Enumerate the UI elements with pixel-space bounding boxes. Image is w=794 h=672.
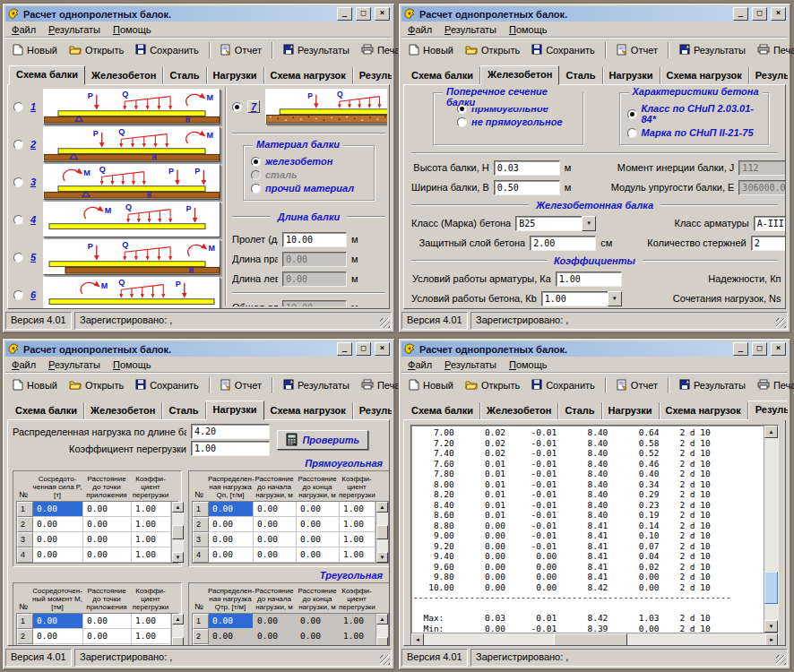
radio-cross-section[interactable] bbox=[457, 104, 467, 114]
toolbar-button-печать[interactable]: Печать bbox=[752, 376, 794, 395]
chevron-down-icon[interactable]: ▼ bbox=[582, 216, 596, 231]
toolbar-button-новый[interactable]: Новый bbox=[7, 376, 63, 395]
minimize-button[interactable]: _ bbox=[337, 342, 352, 356]
maximize-button[interactable]: □ bbox=[752, 342, 767, 356]
table-cell[interactable]: 0.00 bbox=[209, 532, 254, 547]
tab-результаты[interactable]: Результаты bbox=[748, 401, 788, 420]
menu-item-помощь[interactable]: Помощь bbox=[503, 358, 554, 372]
scroll-down-icon[interactable]: ▼ bbox=[172, 552, 184, 563]
table-cell[interactable]: 0.00 bbox=[33, 644, 83, 646]
table-cell[interactable]: 0.00 bbox=[254, 502, 297, 517]
table-cell[interactable]: 0.00 bbox=[254, 614, 297, 629]
tab-схема-балки[interactable]: Схема балки bbox=[9, 402, 84, 419]
menu-item-результаты[interactable]: Результаты bbox=[42, 22, 107, 37]
table-cell[interactable]: 1.00 bbox=[340, 629, 375, 644]
table-cell[interactable]: 0.00 bbox=[83, 502, 132, 517]
table-cell[interactable]: 0.00 bbox=[33, 629, 83, 644]
toolbar-button-открыть[interactable]: Открыть bbox=[64, 376, 129, 395]
table-cell[interactable]: 1.00 bbox=[340, 547, 375, 563]
table-cell[interactable]: 1.00 bbox=[340, 502, 375, 517]
table-cell[interactable]: 0.00 bbox=[297, 614, 340, 629]
toolbar-button-сохранить[interactable]: Сохранить bbox=[526, 376, 600, 395]
scroll-up-icon[interactable]: ▲ bbox=[172, 502, 184, 513]
tab-схема-нагрузок[interactable]: Схема нагрузок bbox=[660, 67, 749, 84]
field-input-select[interactable]: 0.90 bbox=[786, 271, 787, 287]
table-cell[interactable]: 0.00 bbox=[297, 547, 340, 563]
beam-scheme-image[interactable]: MQP bbox=[43, 277, 220, 309]
tab-нагрузки[interactable]: Нагрузки bbox=[603, 67, 660, 84]
field-input-text[interactable]: 1.00 bbox=[556, 271, 622, 287]
maximize-button[interactable]: □ bbox=[356, 7, 371, 21]
radio-beam-scheme-3[interactable] bbox=[13, 177, 23, 187]
field-input-text[interactable]: 10.00 bbox=[282, 232, 347, 247]
radio-beam-scheme-6[interactable] bbox=[13, 290, 23, 300]
table-cell[interactable]: 0.00 bbox=[209, 517, 254, 532]
menu-item-файл[interactable]: Файл bbox=[5, 358, 42, 372]
scrollbar-thumb[interactable] bbox=[376, 525, 388, 539]
table-cell[interactable]: 1.00 bbox=[340, 532, 375, 547]
scroll-up-icon[interactable]: ▲ bbox=[376, 614, 388, 625]
table-cell[interactable]: 0.00 bbox=[254, 644, 297, 646]
table-cell[interactable]: 0.00 bbox=[33, 517, 83, 532]
tab-схема-балки[interactable]: Схема балки bbox=[405, 402, 480, 419]
scrollbar-thumb[interactable] bbox=[172, 637, 184, 646]
table-cell[interactable]: 1.00 bbox=[340, 644, 375, 646]
table-cell[interactable]: 0.00 bbox=[254, 517, 297, 532]
tab-нагрузки[interactable]: Нагрузки bbox=[207, 67, 264, 84]
table-cell[interactable]: 0.00 bbox=[209, 502, 254, 517]
table-cell[interactable]: 0.00 bbox=[83, 644, 132, 646]
radio-beam-scheme-4[interactable] bbox=[13, 215, 23, 225]
radio-material[interactable] bbox=[251, 157, 261, 167]
scroll-left-icon[interactable]: ◄ bbox=[411, 633, 424, 646]
table-scrollbar[interactable]: ▲▼ bbox=[171, 614, 184, 646]
menu-item-результаты[interactable]: Результаты bbox=[438, 22, 503, 37]
toolbar-button-результаты[interactable]: Результаты bbox=[674, 376, 751, 395]
radio-beam-scheme-5[interactable] bbox=[13, 253, 23, 263]
tab-железобетон[interactable]: Железобетон bbox=[84, 402, 162, 419]
field-input-select[interactable]: 1.00 bbox=[541, 291, 608, 306]
table-cell[interactable]: 0.00 bbox=[209, 614, 254, 629]
menu-item-файл[interactable]: Файл bbox=[401, 22, 438, 37]
toolbar-button-отчет[interactable]: Отчет bbox=[215, 376, 267, 395]
toolbar-button-сохранить[interactable]: Сохранить bbox=[526, 41, 600, 60]
table-cell[interactable]: 0.00 bbox=[83, 629, 132, 644]
menu-item-результаты[interactable]: Результаты bbox=[42, 358, 107, 372]
menu-item-файл[interactable]: Файл bbox=[5, 22, 42, 37]
table-cell[interactable]: 1.00 bbox=[132, 502, 171, 517]
chevron-down-icon[interactable]: ▼ bbox=[608, 291, 622, 306]
tab-железобетон[interactable]: Железобетон bbox=[480, 65, 559, 85]
table-cell[interactable]: 1.00 bbox=[132, 517, 171, 532]
beam-scheme-number[interactable]: 1 bbox=[29, 101, 38, 112]
table-cell[interactable]: 1.00 bbox=[132, 547, 171, 563]
table-scrollbar[interactable]: ▲▼ bbox=[375, 614, 388, 646]
table-cell[interactable]: 0.00 bbox=[33, 614, 83, 629]
toolbar-button-результаты[interactable]: Результаты bbox=[278, 41, 355, 60]
tab-сталь[interactable]: Сталь bbox=[162, 402, 205, 419]
field-input-select[interactable]: B25 bbox=[515, 216, 582, 231]
maximize-button[interactable]: □ bbox=[356, 342, 371, 356]
menu-item-результаты[interactable]: Результаты bbox=[438, 358, 503, 372]
menu-item-помощь[interactable]: Помощь bbox=[503, 22, 554, 37]
toolbar-button-результаты[interactable]: Результаты bbox=[674, 41, 751, 60]
scroll-down-icon[interactable]: ▼ bbox=[376, 552, 388, 563]
toolbar-button-сохранить[interactable]: Сохранить bbox=[130, 41, 204, 60]
minimize-button[interactable]: _ bbox=[337, 7, 352, 21]
table-cell[interactable]: 0.00 bbox=[297, 644, 340, 646]
beam-scheme-image[interactable]: MQP bbox=[43, 202, 220, 237]
close-button[interactable]: × bbox=[375, 342, 390, 356]
resize-grip[interactable] bbox=[380, 318, 390, 328]
tab-сталь[interactable]: Сталь bbox=[558, 402, 601, 419]
table-scrollbar[interactable]: ▲▼ bbox=[375, 502, 388, 563]
table-cell[interactable]: 0.00 bbox=[33, 532, 83, 547]
tab-железобетон[interactable]: Железобетон bbox=[480, 402, 558, 419]
beam-scheme-image[interactable]: PQM bbox=[265, 89, 387, 125]
table-cell[interactable]: 0.00 bbox=[83, 532, 132, 547]
field-input-text[interactable]: 2.00 bbox=[530, 236, 596, 251]
table-cell[interactable]: 0.00 bbox=[33, 547, 83, 563]
tab-результаты[interactable]: Результаты bbox=[353, 402, 392, 419]
table-cell[interactable]: 0.00 bbox=[83, 614, 132, 629]
radio-material[interactable] bbox=[251, 170, 261, 180]
toolbar-button-отчет[interactable]: Отчет bbox=[611, 41, 663, 60]
toolbar-button-открыть[interactable]: Открыть bbox=[460, 41, 525, 60]
beam-scheme-image[interactable]: PQM bbox=[43, 89, 220, 125]
